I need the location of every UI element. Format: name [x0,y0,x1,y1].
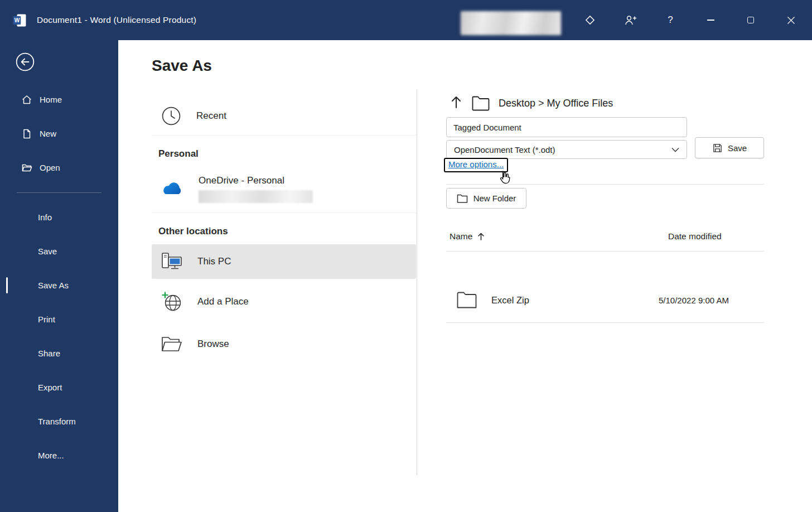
sidebar-item-label: Home [40,95,62,104]
blurred-account-email [199,190,313,203]
location-label: This PC [197,256,231,267]
back-button[interactable] [16,52,35,74]
panel-divider [446,184,764,185]
sidebar-bottom-nav: Info Save Save As Print Share Export Tra… [0,200,118,472]
add-place-globe-icon [161,291,183,313]
help-button[interactable]: ? [650,0,690,40]
save-button[interactable]: Save [695,137,764,158]
up-one-level-button[interactable] [450,95,463,112]
sidebar-item-print[interactable]: Print [0,302,118,336]
up-arrow-icon [450,95,463,109]
titlebar-actions: ? [570,0,811,40]
maximize-icon [747,17,754,23]
sidebar-item-transform[interactable]: Transform [0,404,118,438]
sidebar-item-label: Save As [38,281,69,290]
more-options-label: More options... [448,160,504,169]
sidebar-item-label: Open [40,163,60,172]
sidebar-item-save[interactable]: Save [0,234,118,268]
save-locations-list: Recent Personal OneDrive - Personal Othe… [152,98,416,364]
location-label: Recent [196,110,226,122]
personal-section-header: Personal [152,137,416,167]
other-locations-section-header: Other locations [152,214,416,244]
sidebar-item-new[interactable]: New [0,117,118,151]
sidebar-item-export[interactable]: Export [0,370,118,404]
backstage-sidebar: Home New Open Info Save Save As Print Sh… [0,40,118,512]
mouse-cursor-hand-icon [497,171,511,185]
location-label: OneDrive - Personal [199,175,313,186]
browse-folder-icon [161,335,183,354]
file-row[interactable]: Excel Zip 5/10/2022 9:00 AM [446,283,764,317]
sidebar-item-share[interactable]: Share [0,336,118,370]
maximize-button[interactable] [731,0,771,40]
location-label: Add a Place [197,296,249,307]
sidebar-item-more[interactable]: More... [0,438,118,472]
this-pc-icon [161,252,183,272]
premium-diamond-button[interactable] [570,0,610,40]
sidebar-item-open[interactable]: Open [0,151,118,185]
filetype-dropdown[interactable]: OpenDocument Text (*.odt) [446,140,687,159]
add-person-icon [624,14,637,26]
close-icon [787,16,795,25]
location-onedrive[interactable]: OneDrive - Personal [152,167,416,211]
onedrive-cloud-icon [161,181,184,197]
new-document-icon [21,128,32,139]
saveas-backstage: Save As Recent Personal OneDrive - Perso… [118,40,812,512]
folder-icon [456,291,477,309]
recent-clock-icon [161,105,182,127]
close-button[interactable] [771,0,811,40]
sidebar-top-nav: Home New Open [0,83,118,185]
word-logo-letter: W [14,17,20,23]
file-date-modified: 5/10/2022 9:00 AM [659,296,729,305]
breadcrumb-row: Desktop > My Office Files [450,95,613,112]
location-recent[interactable]: Recent [152,98,416,134]
sidebar-item-label: Export [38,383,62,392]
file-name: Excel Zip [491,295,529,306]
location-browse[interactable]: Browse [152,325,416,364]
sort-ascending-icon [477,232,485,241]
save-icon [712,143,723,153]
open-folder-icon [21,162,32,173]
locations-divider [152,212,416,213]
list-divider [446,251,764,252]
locations-divider [152,135,416,136]
sidebar-item-label: Info [38,212,52,222]
word-logo-icon: W [12,13,27,28]
sidebar-item-label: Share [38,349,60,358]
vertical-divider [417,89,417,475]
location-add-a-place[interactable]: Add a Place [152,282,416,321]
sidebar-item-label: More... [38,451,64,460]
new-folder-button[interactable]: New Folder [446,188,526,209]
breadcrumb[interactable]: Desktop > My Office Files [499,98,613,109]
sidebar-item-home[interactable]: Home [0,83,118,117]
sidebar-item-label: New [40,129,56,138]
location-this-pc[interactable]: This PC [152,244,416,279]
page-title: Save As [152,57,212,75]
column-header-date[interactable]: Date modified [668,231,722,241]
chevron-down-icon [671,147,679,152]
breadcrumb-folder-icon [471,95,490,112]
new-folder-label: New Folder [473,194,516,203]
diamond-icon [584,14,596,26]
column-header-name[interactable]: Name [450,231,485,241]
location-label: Browse [197,339,229,350]
name-column-label: Name [450,231,472,241]
save-button-label: Save [728,143,747,153]
new-folder-icon [457,194,468,204]
blurred-account-area [461,11,561,35]
minimize-icon [707,20,714,21]
filename-input[interactable] [446,117,687,137]
filetype-selected-value: OpenDocument Text (*.odt) [454,145,555,154]
sidebar-item-label: Save [38,247,57,256]
back-arrow-icon [16,52,35,71]
sidebar-divider [17,192,102,193]
list-divider [446,322,764,323]
save-panel: Desktop > My Office Files OpenDocument T… [446,40,767,512]
sidebar-item-label: Transform [38,417,76,426]
window-title: Document1 - Word (Unlicensed Product) [37,15,196,25]
sidebar-item-save-as[interactable]: Save As [0,268,118,302]
title-bar: W Document1 - Word (Unlicensed Product) … [0,0,812,40]
sidebar-item-info[interactable]: Info [0,200,118,234]
contacts-button[interactable] [610,0,650,40]
minimize-button[interactable] [690,0,731,40]
home-icon [21,94,32,105]
